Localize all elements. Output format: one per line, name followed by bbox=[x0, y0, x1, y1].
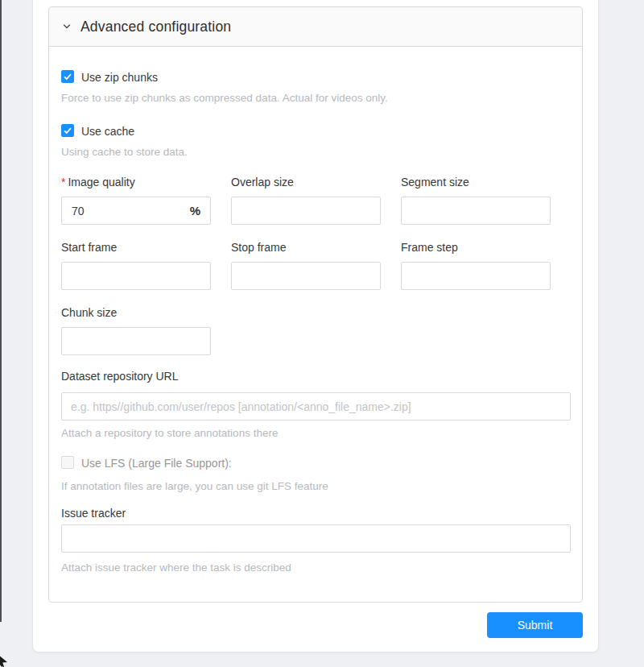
lfs-help: If annotation files are large, you can u… bbox=[61, 480, 328, 492]
advanced-configuration-panel: Advanced configuration Use zip chunks Fo… bbox=[48, 6, 583, 603]
chunk-size-label: Chunk size bbox=[61, 306, 117, 319]
repository-url-label: Dataset repository URL bbox=[61, 370, 179, 383]
use-zip-chunks-label[interactable]: Use zip chunks bbox=[81, 71, 158, 84]
segment-size-input[interactable] bbox=[401, 197, 551, 225]
use-cache-checkbox[interactable] bbox=[61, 124, 74, 137]
advanced-configuration-header[interactable]: Advanced configuration bbox=[49, 7, 582, 47]
mouse-cursor bbox=[0, 654, 7, 667]
image-quality-label: *Image quality bbox=[61, 176, 135, 188]
start-frame-input[interactable] bbox=[61, 262, 211, 290]
percent-suffix: % bbox=[190, 204, 200, 218]
stop-frame-label: Stop frame bbox=[231, 241, 286, 254]
issue-tracker-label: Issue tracker bbox=[61, 507, 126, 520]
zip-chunks-help: Force to use zip chunks as compressed da… bbox=[61, 92, 388, 104]
use-cache-label[interactable]: Use cache bbox=[81, 125, 134, 138]
chunk-size-input[interactable] bbox=[61, 327, 211, 355]
frame-step-label: Frame step bbox=[401, 241, 458, 254]
start-frame-label: Start frame bbox=[61, 241, 117, 254]
stop-frame-input[interactable] bbox=[231, 262, 381, 290]
segment-size-label: Segment size bbox=[401, 176, 469, 188]
issue-tracker-help: Attach issue tracker where the task is d… bbox=[61, 561, 291, 574]
frame-step-input[interactable] bbox=[401, 262, 551, 290]
check-icon bbox=[62, 71, 73, 82]
issue-tracker-input[interactable] bbox=[61, 524, 571, 553]
chevron-down-icon[interactable] bbox=[62, 22, 72, 31]
image-quality-label-text: Image quality bbox=[68, 176, 134, 188]
use-lfs-label[interactable]: Use LFS (Large File Support): bbox=[81, 457, 232, 470]
window-left-edge bbox=[0, 0, 2, 622]
use-zip-chunks-checkbox[interactable] bbox=[61, 70, 74, 83]
panel-title: Advanced configuration bbox=[80, 19, 231, 35]
repository-help: Attach a repository to store annotations… bbox=[61, 427, 278, 439]
screenshot-viewport: Advanced configuration Use zip chunks Fo… bbox=[0, 0, 644, 667]
submit-button[interactable]: Submit bbox=[487, 612, 583, 638]
overlap-size-label: Overlap size bbox=[231, 176, 294, 188]
overlap-size-input[interactable] bbox=[231, 197, 381, 225]
required-marker: * bbox=[61, 176, 65, 188]
repository-url-input[interactable] bbox=[61, 392, 571, 420]
cache-help: Using cache to store data. bbox=[61, 146, 188, 158]
check-icon bbox=[62, 125, 73, 136]
image-quality-input[interactable]: 70 % bbox=[61, 197, 211, 225]
use-lfs-checkbox[interactable] bbox=[61, 456, 74, 469]
image-quality-value: 70 bbox=[72, 205, 85, 218]
